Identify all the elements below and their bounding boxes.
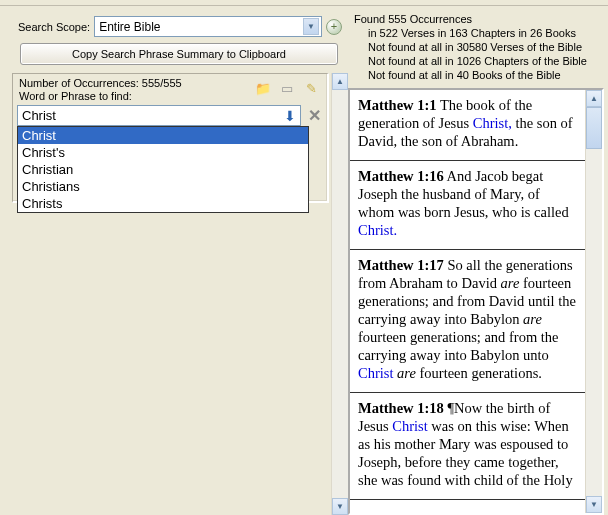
dropdown-item[interactable]: Christians	[18, 178, 308, 195]
verse-ref: Matthew 1:17	[358, 257, 444, 273]
verse-ref: Matthew 1:18	[358, 400, 444, 416]
stats-line: Not found at all in 30580 Verses of the …	[354, 40, 604, 54]
autocomplete-dropdown[interactable]: ChristChrist'sChristianChristiansChrists	[17, 126, 309, 213]
copy-summary-label: Copy Search Phrase Summary to Clipboard	[72, 48, 286, 60]
verse-result[interactable]: Matthew 1:16 And Jacob begat Joseph the …	[350, 161, 585, 250]
stats-line: Found 555 Occurrences	[354, 12, 604, 26]
results-pane: Matthew 1:1 The book of the generation o…	[348, 88, 604, 515]
stats-block: Found 555 Occurrences in 522 Verses in 1…	[348, 12, 604, 88]
stats-line: Not found at all in 1026 Chapters of the…	[354, 54, 604, 68]
search-input-row: Christ ⬇ ✕	[13, 105, 327, 126]
verse-ref: Matthew 1:16	[358, 168, 444, 184]
scroll-thumb[interactable]	[586, 107, 602, 149]
dropdown-item[interactable]: Christs	[18, 195, 308, 212]
panel-tool-icons: 📁 ▭ ✎	[255, 77, 321, 96]
scroll-down-icon[interactable]: ▼	[332, 498, 348, 515]
add-scope-button[interactable]: +	[326, 19, 342, 35]
verse-text: are	[501, 275, 520, 291]
page-icon[interactable]: ▭	[279, 80, 295, 96]
scroll-up-icon[interactable]: ▲	[586, 90, 602, 107]
content: Search Scope: Entire Bible ▼ + Copy Sear…	[0, 6, 608, 515]
left-pane: Search Scope: Entire Bible ▼ + Copy Sear…	[0, 6, 348, 515]
search-input[interactable]: Christ ⬇	[17, 105, 301, 126]
app-window: Search Scope: Entire Bible ▼ + Copy Sear…	[0, 0, 608, 515]
verse-text: fourteen generations; and from the carry…	[358, 329, 559, 363]
dropdown-item[interactable]: Christian	[18, 161, 308, 178]
scope-select[interactable]: Entire Bible ▼	[94, 16, 322, 37]
chevron-down-icon[interactable]: ▼	[303, 18, 319, 35]
verse-text: are	[523, 311, 542, 327]
clear-button[interactable]: ✕	[305, 106, 323, 125]
panel-header-text: Number of Occurrences: 555/555 Word or P…	[19, 77, 182, 103]
folder-icon[interactable]: 📁	[255, 80, 271, 96]
copy-summary-button[interactable]: Copy Search Phrase Summary to Clipboard	[20, 43, 338, 65]
scroll-up-icon[interactable]: ▲	[332, 73, 348, 90]
panel-header: Number of Occurrences: 555/555 Word or P…	[13, 74, 327, 105]
highlight-term: Christ.	[358, 222, 397, 238]
scope-value: Entire Bible	[99, 20, 160, 34]
right-pane: Found 555 Occurrences in 522 Verses in 1…	[348, 6, 608, 515]
results-body[interactable]: Matthew 1:1 The book of the generation o…	[350, 90, 585, 513]
dropdown-item[interactable]: Christ	[18, 127, 308, 144]
verse-result[interactable]: Matthew 1:1 The book of the generation o…	[350, 90, 585, 161]
scope-label: Search Scope:	[18, 21, 90, 33]
left-scrollbar[interactable]: ▲ ▼	[331, 73, 348, 515]
scroll-track[interactable]	[332, 90, 348, 498]
dropdown-item[interactable]: Christ's	[18, 144, 308, 161]
stats-line: in 522 Verses in 163 Chapters in 26 Book…	[354, 26, 604, 40]
highlight-term: Christ	[358, 365, 393, 381]
search-input-value: Christ	[22, 108, 56, 123]
brush-icon[interactable]: ✎	[303, 80, 319, 96]
highlight-term: Christ,	[473, 115, 512, 131]
scroll-down-icon[interactable]: ▼	[586, 496, 602, 513]
dropdown-arrow-icon[interactable]: ⬇	[284, 108, 298, 124]
stats-line: Not found at all in 40 Books of the Bibl…	[354, 68, 604, 82]
occurrences-label: Number of Occurrences: 555/555	[19, 77, 182, 90]
scroll-track[interactable]	[586, 149, 602, 496]
verse-ref: Matthew 1:1	[358, 97, 437, 113]
verse-text: are	[397, 365, 416, 381]
verse-text: fourteen generations.	[416, 365, 542, 381]
verse-result[interactable]: Matthew 1:17 So all the generations from…	[350, 250, 585, 393]
results-scrollbar[interactable]: ▲ ▼	[585, 90, 602, 513]
highlight-term: Christ	[392, 418, 427, 434]
phrase-label: Word or Phrase to find:	[19, 90, 182, 103]
search-phrase-panel: Number of Occurrences: 555/555 Word or P…	[12, 73, 329, 203]
verse-result[interactable]: Matthew 1:18 ¶Now the birth of Jesus Chr…	[350, 393, 585, 500]
scope-row: Search Scope: Entire Bible ▼ +	[6, 12, 348, 43]
